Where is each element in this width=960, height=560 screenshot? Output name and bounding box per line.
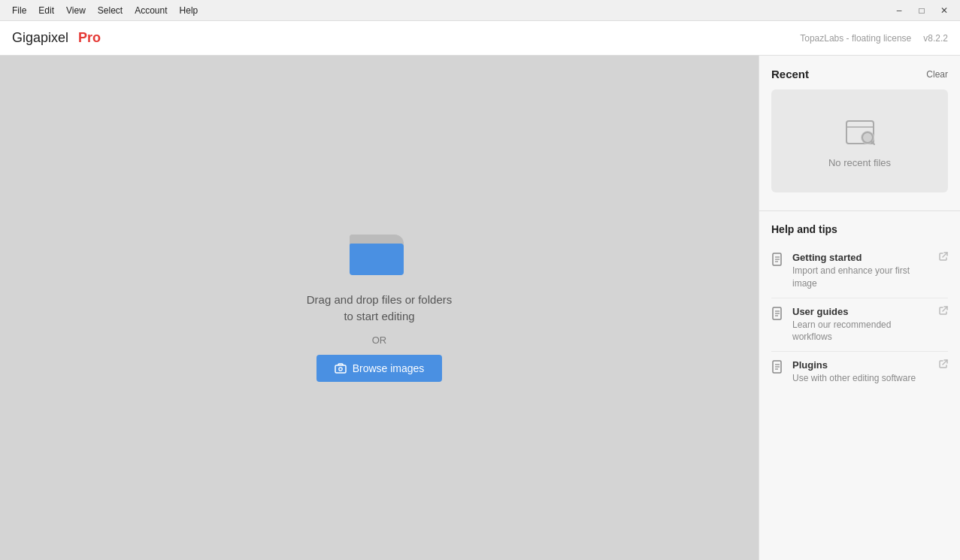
plugins-icon (771, 360, 785, 377)
external-link-icon-2 (939, 359, 948, 370)
minimize-button[interactable]: – (889, 3, 909, 18)
app-name: Gigapixel (12, 30, 68, 46)
menu-edit[interactable]: Edit (32, 4, 60, 17)
recent-header: Recent Clear (771, 68, 948, 80)
help-title: Help and tips (771, 223, 948, 235)
main-layout: Drag and drop files or folders to start … (0, 56, 960, 560)
getting-started-icon (771, 253, 785, 269)
app-logo: Gigapixel Pro (12, 30, 101, 46)
license-text: TopazLabs - floating license (800, 33, 911, 44)
getting-started-desc: Import and enhance your first image (792, 265, 931, 290)
plugins-desc: Use with other editing software (792, 372, 931, 385)
plugins-title: Plugins (792, 359, 931, 371)
no-files-icon (842, 114, 878, 150)
drop-text: Drag and drop files or folders to start … (307, 292, 452, 325)
external-link-icon-0 (939, 252, 948, 262)
user-guides-title: User guides (792, 306, 931, 317)
appbar: Gigapixel Pro TopazLabs - floating licen… (0, 21, 960, 56)
external-link-icon-1 (939, 306, 948, 316)
maximize-button[interactable]: □ (912, 3, 931, 18)
svg-rect-0 (335, 365, 346, 373)
titlebar: File Edit View Select Account Help – □ ✕ (0, 0, 960, 21)
help-item-plugins[interactable]: Plugins Use with other editing software (771, 352, 948, 392)
menu-view[interactable]: View (60, 4, 92, 17)
user-guides-icon (771, 307, 785, 323)
recent-section: Recent Clear No recent files (759, 56, 960, 210)
help-item-user-guides[interactable]: User guides Learn our recommended workfl… (771, 298, 948, 353)
menu-account[interactable]: Account (129, 4, 173, 17)
drop-line1: Drag and drop files or folders (307, 292, 452, 309)
or-label: OR (372, 334, 387, 346)
browse-button-label: Browse images (353, 362, 425, 374)
sidebar: Recent Clear No recent files Help and ti… (759, 56, 960, 560)
svg-point-1 (338, 367, 341, 370)
pro-badge: Pro (78, 30, 101, 46)
menu-select[interactable]: Select (92, 4, 129, 17)
plugins-content: Plugins Use with other editing software (792, 359, 931, 385)
version-text: v8.2.2 (923, 33, 948, 44)
menu-bar: File Edit View Select Account Help (6, 4, 204, 17)
help-section: Help and tips Getting started Import and… (759, 211, 960, 404)
menu-file[interactable]: File (6, 4, 32, 17)
recent-empty-state: No recent files (771, 89, 948, 192)
getting-started-content: Getting started Import and enhance your … (792, 252, 931, 290)
folder-icon (350, 235, 410, 283)
user-guides-desc: Learn our recommended workflows (792, 319, 931, 344)
no-files-text: No recent files (828, 157, 891, 168)
browse-images-button[interactable]: Browse images (316, 355, 443, 382)
close-button[interactable]: ✕ (934, 3, 954, 18)
getting-started-title: Getting started (792, 252, 931, 263)
license-info: TopazLabs - floating license v8.2.2 (800, 33, 948, 44)
drop-line2: to start editing (307, 308, 452, 325)
help-item-getting-started[interactable]: Getting started Import and enhance your … (771, 244, 948, 298)
window-controls: – □ ✕ (889, 3, 954, 18)
menu-help[interactable]: Help (174, 4, 204, 17)
browse-icon (335, 362, 347, 374)
user-guides-content: User guides Learn our recommended workfl… (792, 306, 931, 344)
recent-title: Recent (771, 68, 809, 80)
dropzone[interactable]: Drag and drop files or folders to start … (0, 56, 759, 560)
clear-button[interactable]: Clear (926, 69, 948, 80)
